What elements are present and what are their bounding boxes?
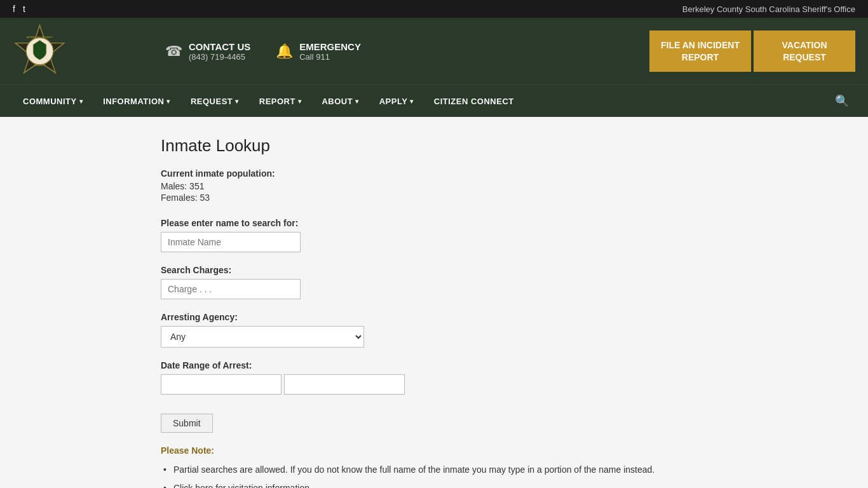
charge-input[interactable] (161, 279, 301, 299)
nav-about[interactable]: ABOUT ▾ (311, 88, 369, 115)
agency-section: Arresting Agency: Any (161, 312, 707, 348)
agency-label: Arresting Agency: (161, 312, 707, 322)
svg-text:BERKELEY COUNTY: BERKELEY COUNTY (27, 36, 53, 39)
file-incident-button[interactable]: FILE AN INCIDENT REPORT (649, 30, 751, 71)
twitter-icon[interactable]: t (23, 4, 25, 14)
emergency-label: EMERGENCY (299, 41, 361, 52)
population-section: Current inmate population: Males: 351 Fe… (161, 168, 707, 203)
charge-search-label: Search Charges: (161, 265, 707, 275)
population-females: Females: 53 (161, 193, 707, 203)
submit-button[interactable]: Submit (161, 414, 213, 433)
header-buttons: FILE AN INCIDENT REPORT VACATION REQUEST (649, 30, 855, 71)
date-range-inputs (161, 374, 707, 395)
nav-apply[interactable]: APPLY ▾ (369, 88, 424, 115)
site-header: BERKELEY COUNTY SHERIFF ☎ CONTACT US (84… (0, 18, 868, 85)
page-title: Inmate Lookup (161, 136, 707, 156)
chevron-down-icon: ▾ (235, 98, 239, 105)
population-males: Males: 351 (161, 181, 707, 191)
inmate-name-input[interactable] (161, 232, 301, 252)
bell-icon: 🔔 (276, 43, 293, 60)
phone-icon: ☎ (165, 43, 182, 60)
header-contacts: ☎ CONTACT US (843) 719-4465 🔔 EMERGENCY … (153, 41, 637, 62)
date-range-section: Date Range of Arrest: (161, 360, 707, 395)
nav-request[interactable]: REQUEST ▾ (180, 88, 249, 115)
emergency-value: Call 911 (299, 52, 361, 62)
agency-select[interactable]: Any (161, 326, 364, 348)
notes-title: Please Note: (161, 445, 707, 456)
notes-item-2[interactable]: Click here for visitation information. (161, 479, 707, 488)
logo-area: BERKELEY COUNTY SHERIFF (13, 24, 140, 78)
date-from-input[interactable] (161, 374, 281, 395)
sheriff-badge: BERKELEY COUNTY SHERIFF (13, 24, 67, 78)
svg-text:SHERIFF: SHERIFF (34, 64, 46, 67)
emergency-item: 🔔 EMERGENCY Call 911 (276, 41, 361, 62)
chevron-down-icon: ▾ (410, 98, 414, 105)
search-icon[interactable]: 🔍 (829, 85, 855, 117)
org-name: Berkeley County South Carolina Sheriff's… (682, 4, 855, 14)
social-links: f t (13, 4, 25, 14)
chevron-down-icon: ▾ (166, 98, 170, 105)
nav-report[interactable]: REPORT ▾ (249, 88, 312, 115)
charge-search-section: Search Charges: (161, 265, 707, 299)
nav-citizen-connect[interactable]: CITIZEN CONNECT (424, 88, 524, 115)
chevron-down-icon: ▾ (79, 98, 83, 105)
main-content: Inmate Lookup Current inmate population:… (148, 136, 720, 488)
vacation-request-button[interactable]: VACATION REQUEST (754, 30, 855, 71)
notes-item-1: Partial searches are allowed. If you do … (161, 461, 707, 479)
name-search-label: Please enter name to search for: (161, 218, 707, 228)
visitation-link[interactable]: Click here for visitation information. (173, 483, 312, 488)
notes-section: Please Note: Partial searches are allowe… (161, 445, 707, 488)
date-to-input[interactable] (284, 374, 405, 395)
notes-list: Partial searches are allowed. If you do … (161, 461, 707, 488)
nav-information[interactable]: INFORMATION ▾ (93, 88, 180, 115)
contact-phone: (843) 719-4465 (189, 52, 250, 62)
chevron-down-icon: ▾ (355, 98, 359, 105)
contact-label: CONTACT US (189, 41, 250, 52)
chevron-down-icon: ▾ (298, 98, 302, 105)
facebook-icon[interactable]: f (13, 4, 15, 14)
main-nav: COMMUNITY ▾ INFORMATION ▾ REQUEST ▾ REPO… (0, 85, 868, 117)
date-range-label: Date Range of Arrest: (161, 360, 707, 370)
nav-community[interactable]: COMMUNITY ▾ (13, 88, 93, 115)
name-search-section: Please enter name to search for: (161, 218, 707, 252)
top-bar: f t Berkeley County South Carolina Sheri… (0, 0, 868, 18)
contact-us-item: ☎ CONTACT US (843) 719-4465 (165, 41, 250, 62)
population-heading: Current inmate population: (161, 168, 707, 179)
